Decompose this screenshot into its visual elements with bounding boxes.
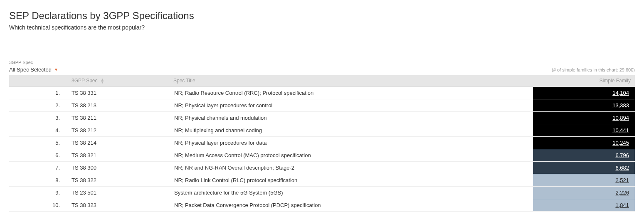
cell-rank: 8.	[9, 174, 67, 186]
cell-rank: 6.	[9, 149, 67, 161]
cell-rank: 9.	[9, 186, 67, 199]
table-row: 8.TS 38 322NR; Radio Link Control (RLC) …	[9, 174, 635, 186]
cell-simple-family[interactable]: 10,894	[533, 111, 635, 124]
cell-simple-family[interactable]: 10,441	[533, 124, 635, 136]
cell-title: NR; Physical channels and modulation	[169, 111, 533, 124]
cell-rank: 10.	[9, 199, 67, 211]
cell-simple-family[interactable]: 6,796	[533, 149, 635, 161]
cell-spec: TS 38 214	[67, 136, 169, 149]
cell-title: System architecture for the 5G System (5…	[169, 186, 533, 199]
cell-spec: TS 38 322	[67, 174, 169, 186]
col-spec-label: 3GPP Spec	[72, 78, 97, 84]
col-title[interactable]: Spec Title	[169, 75, 533, 86]
cell-spec: TS 38 331	[67, 86, 169, 99]
cell-rank: 2.	[9, 99, 67, 111]
cell-rank: 1.	[9, 86, 67, 99]
cell-rank: 3.	[9, 111, 67, 124]
cell-rank: 4.	[9, 124, 67, 136]
col-spec[interactable]: 3GPP Spec ▲▼	[67, 75, 169, 86]
cell-spec: TS 23 501	[67, 186, 169, 199]
sort-icon: ▲▼	[101, 78, 104, 84]
cell-title: NR; Radio Link Control (RLC) protocol sp…	[169, 174, 533, 186]
cell-spec: TS 38 321	[67, 149, 169, 161]
cell-spec: TS 38 211	[67, 111, 169, 124]
table-row: 6.TS 38 321NR; Medium Access Control (MA…	[9, 149, 635, 161]
cell-rank: 5.	[9, 136, 67, 149]
col-family[interactable]: Simple Family	[533, 75, 635, 86]
cell-title: NR; Medium Access Control (MAC) protocol…	[169, 149, 533, 161]
filter-label: 3GPP Spec	[9, 60, 635, 65]
chevron-down-icon: ▼	[54, 67, 58, 72]
cell-simple-family[interactable]: 14,104	[533, 86, 635, 99]
cell-simple-family[interactable]: 6,682	[533, 161, 635, 174]
cell-spec: TS 38 212	[67, 124, 169, 136]
table-row: 5.TS 38 214NR; Physical layer procedures…	[9, 136, 635, 149]
page-subtitle: Which technical specifications are the m…	[9, 24, 635, 31]
table-row: 3.TS 38 211NR; Physical channels and mod…	[9, 111, 635, 124]
cell-spec: TS 38 323	[67, 199, 169, 211]
spec-filter-dropdown[interactable]: All Spec Selected ▼	[9, 67, 58, 73]
table-row: 10.TS 38 323NR; Packet Data Convergence …	[9, 199, 635, 211]
cell-title: NR; Radio Resource Control (RRC); Protoc…	[169, 86, 533, 99]
spec-filter-selected: All Spec Selected	[9, 67, 52, 73]
cell-title: NR; Packet Data Convergence Protocol (PD…	[169, 199, 533, 211]
table-row: 9.TS 23 501System architecture for the 5…	[9, 186, 635, 199]
table-row: 4.TS 38 212NR; Multiplexing and channel …	[9, 124, 635, 136]
cell-simple-family[interactable]: 2,521	[533, 174, 635, 186]
cell-simple-family[interactable]: 2,226	[533, 186, 635, 199]
cell-simple-family[interactable]: 1,841	[533, 199, 635, 211]
table-row: 1.TS 38 331NR; Radio Resource Control (R…	[9, 86, 635, 99]
cell-simple-family[interactable]: 13,383	[533, 99, 635, 111]
cell-title: NR; Physical layer procedures for data	[169, 136, 533, 149]
cell-title: NR; Multiplexing and channel coding	[169, 124, 533, 136]
cell-spec: TS 38 213	[67, 99, 169, 111]
table-row: 2.TS 38 213NR; Physical layer procedures…	[9, 99, 635, 111]
families-count-note: (# of simple families in this chart: 29,…	[552, 67, 635, 72]
table-row: 7.TS 38 300NR; NR and NG-RAN Overall des…	[9, 161, 635, 174]
page-title: SEP Declarations by 3GPP Specifications	[9, 10, 635, 22]
col-rank[interactable]	[9, 75, 67, 86]
cell-simple-family[interactable]: 10,245	[533, 136, 635, 149]
cell-rank: 7.	[9, 161, 67, 174]
cell-title: NR; Physical layer procedures for contro…	[169, 99, 533, 111]
cell-title: NR; NR and NG-RAN Overall description; S…	[169, 161, 533, 174]
table-header-row: 3GPP Spec ▲▼ Spec Title Simple Family	[9, 75, 635, 86]
cell-spec: TS 38 300	[67, 161, 169, 174]
spec-table: 3GPP Spec ▲▼ Spec Title Simple Family 1.…	[9, 75, 635, 212]
